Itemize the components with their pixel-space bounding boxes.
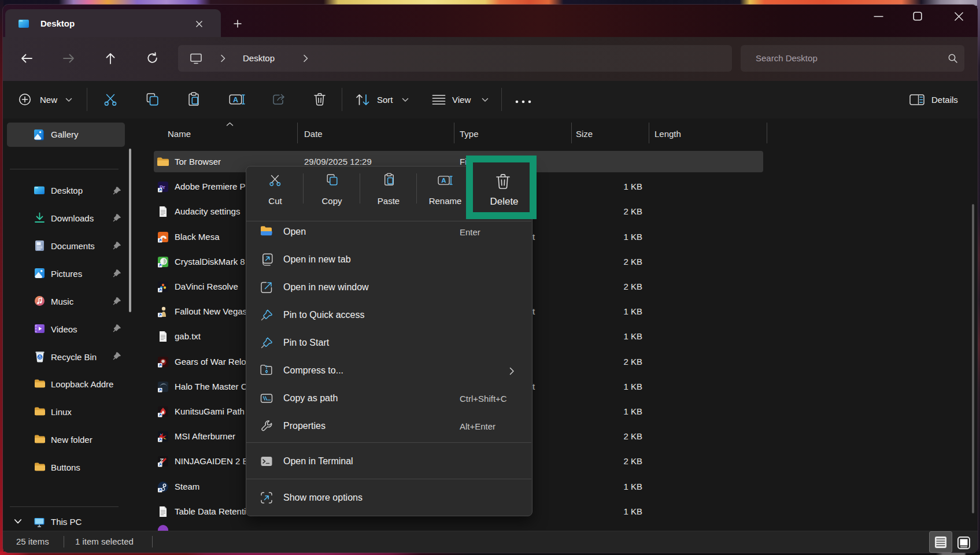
svg-text:A: A xyxy=(233,96,238,104)
svg-text:A: A xyxy=(441,177,446,184)
